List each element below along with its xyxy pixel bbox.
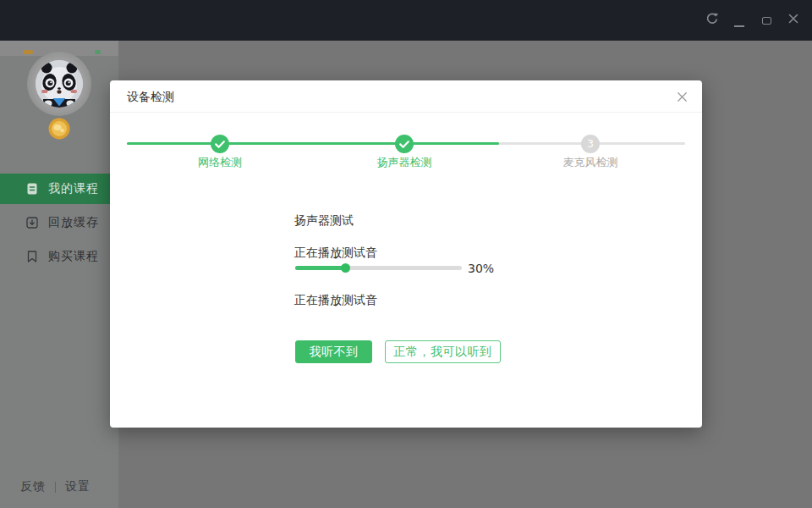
- maximize-button[interactable]: [753, 0, 780, 41]
- dialog-close-button[interactable]: [670, 80, 694, 113]
- step-number: 3: [587, 138, 594, 150]
- volume-slider[interactable]: [295, 262, 462, 273]
- settings-link[interactable]: 设置: [65, 479, 91, 494]
- panda-avatar-icon: [36, 60, 83, 108]
- badge-green-icon: [95, 50, 101, 54]
- close-window-icon: [787, 12, 800, 29]
- step-microphone-icon: 3: [581, 135, 600, 153]
- download-icon: [25, 216, 39, 229]
- volume-slider-handle[interactable]: [341, 263, 350, 273]
- speaker-test-title: 扬声器测试: [294, 213, 354, 229]
- step-label-speaker: 扬声器检测: [362, 155, 447, 170]
- feedback-link[interactable]: 反馈: [20, 479, 46, 494]
- sidebar-item-playback-cache[interactable]: 回放缓存: [0, 207, 118, 238]
- sidebar-menu: 我的课程 回放缓存 购买课程: [0, 174, 118, 275]
- stepper-progress: [127, 142, 499, 145]
- minimize-button[interactable]: [726, 0, 753, 41]
- step-label-microphone: 麦克风检测: [548, 155, 633, 170]
- sidebar: 我的课程 回放缓存 购买课程: [0, 41, 118, 508]
- device-check-dialog: 设备检测 3 网络检测 扬声器检测 麦克风检测 扬声器测试 正在播放测试音: [110, 80, 702, 428]
- can-hear-button[interactable]: 正常，我可以听到: [385, 340, 501, 363]
- dialog-actions: 我听不到 正常，我可以听到: [295, 340, 501, 363]
- sidebar-item-label: 我的课程: [48, 181, 99, 196]
- refresh-icon: [705, 11, 720, 30]
- refresh-button[interactable]: [699, 0, 726, 41]
- playing-test-sound-label: 正在播放测试音: [294, 246, 377, 261]
- step-label-network: 网络检测: [178, 155, 262, 170]
- sidebar-item-buy-courses[interactable]: 购买课程: [0, 241, 118, 272]
- close-icon: [676, 91, 689, 103]
- maximize-icon: [762, 17, 771, 25]
- minimize-icon: [734, 25, 744, 27]
- volume-slider-fill: [295, 266, 345, 270]
- document-icon: [25, 182, 39, 196]
- badge-orange-icon: [23, 50, 33, 54]
- app-window: 我的课程 回放缓存 购买课程: [0, 0, 812, 508]
- step-network-icon: [211, 135, 229, 153]
- footer-divider: [55, 482, 56, 493]
- window-controls: [699, 0, 807, 41]
- close-window-button[interactable]: [780, 0, 807, 41]
- sidebar-item-label: 购买课程: [48, 249, 99, 264]
- coin-badge-icon: [48, 118, 70, 140]
- step-speaker-icon: [395, 135, 414, 153]
- avatar[interactable]: [36, 60, 83, 108]
- dialog-header: 设备检测: [110, 80, 702, 113]
- sidebar-footer: 反馈 设置: [20, 478, 91, 495]
- sidebar-item-label: 回放缓存: [48, 215, 99, 230]
- dialog-title: 设备检测: [127, 80, 174, 113]
- sidebar-item-my-courses[interactable]: 我的课程: [0, 174, 118, 204]
- playing-test-sound-label-2: 正在播放测试音: [294, 293, 377, 308]
- title-bar: [0, 0, 812, 41]
- cannot-hear-button[interactable]: 我听不到: [295, 340, 372, 363]
- bookmark-icon: [25, 250, 39, 263]
- volume-percent-value: 30%: [468, 262, 494, 275]
